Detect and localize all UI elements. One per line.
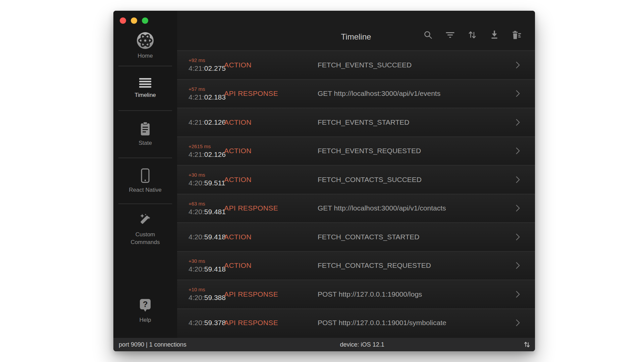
chevron-right-icon[interactable] [512,204,535,213]
row-time-cell: +63 ms 4:20:59.481 [177,201,224,216]
chevron-right-icon[interactable] [512,118,535,127]
timeline-row[interactable]: +10 ms 4:20:59.388 API RESPONSE POST htt… [177,280,535,308]
sidebar-item-home[interactable]: Home [113,26,177,66]
device-status: device: iOS 12.1 [340,341,384,348]
reactotron-logo-icon [137,32,154,49]
sidebar-item-label: Custom Commands [126,231,165,246]
sidebar-item-label: Home [138,52,153,60]
close-window-button[interactable] [120,17,126,24]
row-title: FETCH_CONTACTS_REQUESTED [318,261,512,269]
statusbar-sort-icon[interactable] [524,341,530,348]
sidebar-item-label: State [139,139,152,147]
row-timestamp: 4:21:02.275 [189,64,224,72]
row-title: FETCH_EVENTS_REQUESTED [318,147,512,155]
sidebar-nav: Home [113,26,177,338]
row-title: FETCH_EVENTS_STARTED [318,118,512,126]
chevron-right-icon[interactable] [512,290,535,299]
clear-icon[interactable] [512,29,522,40]
sidebar-item-label: Timeline [135,92,156,99]
row-title: FETCH_EVENTS_SUCCEED [318,61,512,69]
row-delta-ms: +57 ms [189,86,224,92]
status-bar: port 9090 | 1 connections device: iOS 12… [113,338,535,351]
zoom-window-button[interactable] [142,17,148,24]
row-title: POST http://127.0.0.1:19000/logs [318,290,512,298]
row-type-tag: ACTION [224,118,318,126]
row-time-cell: +2615 ms 4:21:02.126 [177,143,224,159]
row-delta-ms: +30 ms [189,258,224,264]
row-timestamp: 4:20:59.418 [189,233,224,241]
row-timestamp: 4:21:02.126 [189,118,224,126]
filter-icon[interactable] [445,29,455,40]
sidebar-spacer [113,254,177,292]
row-timestamp: 4:20:59.388 [189,294,224,302]
row-type-tag: API RESPONSE [224,89,318,98]
sidebar-item-label: Help [140,316,151,324]
chevron-right-icon[interactable] [512,175,535,184]
timeline-row[interactable]: +30 ms 4:20:59.418 ACTION FETCH_CONTACTS… [177,251,535,280]
row-title: POST http://127.0.0.1:19001/symbolicate [318,319,512,327]
row-title: FETCH_CONTACTS_SUCCEED [318,176,512,184]
row-title: GET http://localhost:3000/api/v1/contact… [318,204,512,212]
timeline-row[interactable]: 4:21:02.126 ACTION FETCH_EVENTS_STARTED [177,108,535,136]
timeline-list: +92 ms 4:21:02.275 ACTION FETCH_EVENTS_S… [177,50,535,338]
timeline-panel: Timeline [177,11,535,338]
row-timestamp: 4:20:59.418 [189,265,224,273]
chevron-right-icon[interactable] [512,261,535,270]
row-type-tag: API RESPONSE [224,290,318,298]
chevron-right-icon[interactable] [512,89,535,98]
row-type-tag: ACTION [224,261,318,269]
row-delta-ms: +63 ms [189,201,224,206]
chevron-right-icon[interactable] [512,146,535,155]
sort-icon[interactable] [467,29,477,40]
timeline-row[interactable]: +2615 ms 4:21:02.126 ACTION FETCH_EVENTS… [177,136,535,165]
timeline-row[interactable]: +92 ms 4:21:02.275 ACTION FETCH_EVENTS_S… [177,50,535,79]
row-time-cell: +30 ms 4:20:59.511 [177,172,224,187]
row-time-cell: 4:21:02.126 [177,118,224,126]
chevron-right-icon[interactable] [512,61,535,69]
svg-text:?: ? [143,300,148,309]
row-type-tag: API RESPONSE [224,319,318,327]
row-type-tag: ACTION [224,233,318,241]
row-delta-ms: +10 ms [189,287,224,292]
row-title: FETCH_CONTACTS_STARTED [318,233,512,241]
minimize-window-button[interactable] [131,17,137,24]
custom-commands-wand-icon [138,213,153,228]
page-title: Timeline [341,32,371,42]
timeline-header: Timeline [177,11,535,50]
chevron-right-icon[interactable] [512,233,535,241]
chevron-right-icon[interactable] [512,318,535,327]
row-timestamp: 4:21:02.183 [189,93,224,101]
row-type-tag: API RESPONSE [224,204,318,212]
timeline-row[interactable]: 4:20:59.378 API RESPONSE POST http://127… [177,308,535,337]
header-actions [423,29,522,40]
row-time-cell: +30 ms 4:20:59.418 [177,258,224,273]
sidebar-item-react-native[interactable]: React Native [113,158,177,203]
sidebar-item-help[interactable]: ? Help [113,292,177,330]
row-timestamp: 4:20:59.481 [189,208,224,216]
sidebar-item-timeline[interactable]: Timeline [113,66,177,110]
row-title: GET http://localhost:3000/api/v1/events [318,89,512,98]
state-clipboard-icon [139,122,152,136]
timeline-row[interactable]: +30 ms 4:20:59.511 ACTION FETCH_CONTACTS… [177,165,535,194]
sidebar-item-state[interactable]: State [113,111,177,158]
sidebar: Home [113,11,177,338]
row-time-cell: 4:20:59.378 [177,319,224,327]
row-time-cell: +10 ms 4:20:59.388 [177,287,224,302]
sidebar-item-label: React Native [129,186,161,194]
timeline-bars-icon [139,78,152,88]
timeline-row[interactable]: +63 ms 4:20:59.481 API RESPONSE GET http… [177,194,535,223]
row-timestamp: 4:20:59.378 [189,319,224,327]
row-timestamp: 4:21:02.126 [189,150,224,159]
row-delta-ms: +92 ms [189,57,224,63]
row-timestamp: 4:20:59.511 [189,179,224,187]
row-type-tag: ACTION [224,176,318,184]
row-delta-ms: +30 ms [189,172,224,178]
timeline-row[interactable]: 4:20:59.418 ACTION FETCH_CONTACTS_STARTE… [177,222,535,251]
sidebar-item-custom-commands[interactable]: Custom Commands [113,204,177,254]
reactotron-window: Home [113,11,535,351]
timeline-row[interactable]: +57 ms 4:21:02.183 API RESPONSE GET http… [177,79,535,108]
download-icon[interactable] [489,29,499,40]
row-time-cell: 4:20:59.418 [177,233,224,241]
search-icon[interactable] [423,29,433,40]
react-native-phone-icon [139,168,152,183]
